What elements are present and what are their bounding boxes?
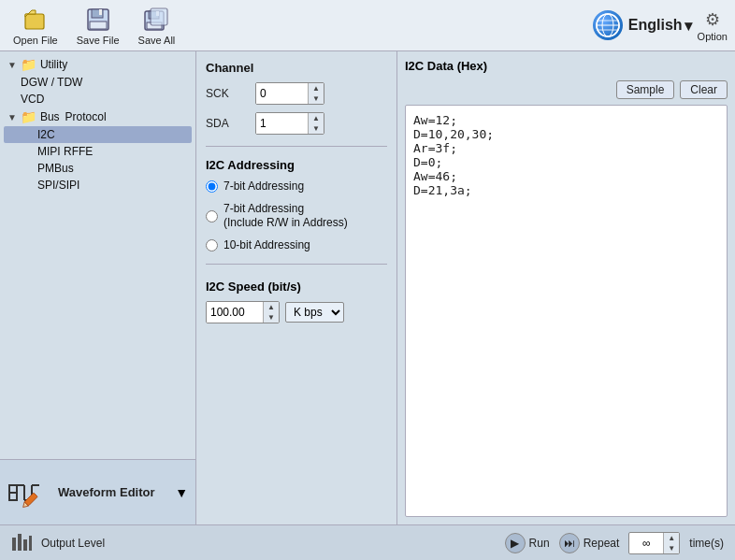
svg-rect-4 [99, 9, 102, 15]
run-button[interactable]: ▶ Run [505, 533, 550, 553]
waveform-bars-icon [11, 530, 32, 555]
sidebar-item-pmbus[interactable]: PMBus [4, 160, 192, 177]
toolbar: Open File Save File Save All [0, 0, 735, 51]
speed-spin-up[interactable]: ▲ [264, 302, 279, 312]
sidebar-item-vcd[interactable]: VCD [4, 91, 192, 108]
radio-7bit: 7-bit Addressing [206, 179, 387, 194]
times-spin-btns: ▲ ▼ [663, 533, 679, 553]
run-label: Run [529, 537, 550, 550]
save-file-button[interactable]: Save File [71, 3, 125, 48]
sidebar-item-spi-sipi[interactable]: SPI/SIPI [4, 177, 192, 194]
sda-input[interactable] [256, 113, 308, 134]
times-input[interactable] [629, 534, 663, 553]
times-spin-up[interactable]: ▲ [664, 533, 679, 543]
bus-protocol-label: Bus [40, 110, 60, 123]
open-file-button[interactable]: Open File [7, 3, 64, 48]
svg-rect-5 [90, 22, 107, 29]
center-panel: Channel SCK ▲ ▼ SDA ▲ ▼ I2 [196, 51, 397, 524]
waveform-icon [7, 476, 50, 510]
language-label: English [628, 17, 683, 34]
addressing-title: I2C Addressing [206, 158, 387, 172]
svg-rect-10 [151, 8, 167, 25]
i2c-data-title: I2C Data (Hex) [405, 59, 728, 73]
open-file-label: Open File [13, 35, 58, 46]
sck-spin-up[interactable]: ▲ [309, 83, 324, 93]
svg-rect-26 [12, 538, 16, 551]
radio-10bit: 10-bit Addressing [206, 238, 387, 253]
utility-arrow: ▼ [7, 60, 17, 70]
speed-row: ▲ ▼ K bps M bps [206, 301, 387, 323]
radio-7bit-rw-input[interactable] [206, 210, 218, 223]
sck-spinner[interactable]: ▲ ▼ [255, 82, 324, 105]
sample-button[interactable]: Sample [616, 80, 675, 99]
option-button[interactable]: ⚙ Option [698, 8, 728, 42]
sck-spin-down[interactable]: ▼ [309, 93, 324, 104]
gear-icon: ⚙ [701, 8, 724, 31]
times-spinner[interactable]: ▲ ▼ [628, 532, 680, 554]
svg-rect-0 [25, 14, 44, 29]
times-spin-down[interactable]: ▼ [664, 543, 679, 553]
globe-icon [593, 10, 623, 40]
bus-folder-icon: 📁 [21, 109, 36, 124]
sck-input[interactable] [256, 83, 308, 104]
sda-label: SDA [206, 117, 248, 130]
sidebar-item-utility[interactable]: ▼ 📁 Utility [4, 55, 192, 74]
save-all-button[interactable]: Save All [133, 3, 181, 48]
repeat-icon: ⏭ [559, 533, 580, 553]
speed-unit-select[interactable]: K bps M bps [285, 302, 344, 323]
sidebar-item-dgw-tdw[interactable]: DGW / TDW [4, 74, 192, 91]
speed-spinner[interactable]: ▲ ▼ [206, 301, 280, 323]
sidebar-item-bus-protocol[interactable]: ▼ 📁 Bus Protocol [4, 108, 192, 126]
radio-7bit-rw: 7-bit Addressing(Include R/W in Address) [206, 202, 387, 231]
sck-label: SCK [206, 87, 248, 100]
clear-button[interactable]: Clear [680, 80, 728, 99]
save-file-icon [83, 5, 113, 35]
mipi-rffe-label: MIPI RFFE [37, 145, 93, 158]
addressing-section: I2C Addressing 7-bit Addressing 7-bit Ad… [206, 158, 387, 252]
output-level-label: Output Level [41, 537, 105, 550]
language-button[interactable]: English ▾ [628, 17, 692, 35]
sidebar-item-i2c[interactable]: I2C [4, 126, 192, 143]
speed-input[interactable] [207, 302, 263, 323]
sda-spin-up[interactable]: ▲ [309, 113, 324, 123]
save-all-label: Save All [138, 35, 176, 46]
svg-rect-28 [23, 539, 27, 551]
language-area: English ▾ ⚙ Option [593, 8, 728, 42]
i2c-label: I2C [37, 128, 55, 141]
divider-2 [206, 264, 387, 265]
sidebar-scroll-down[interactable]: ▼ [175, 485, 188, 500]
radio-7bit-label: 7-bit Addressing [223, 179, 304, 194]
repeat-button[interactable]: ⏭ Repeat [559, 533, 620, 553]
radio-10bit-label: 10-bit Addressing [223, 238, 310, 253]
sda-row: SDA ▲ ▼ [206, 112, 387, 135]
times-label: time(s) [689, 537, 724, 550]
radio-7bit-rw-label: 7-bit Addressing(Include R/W in Address) [223, 202, 348, 231]
utility-label: Utility [40, 58, 67, 71]
bus-arrow: ▼ [7, 112, 17, 122]
sidebar: ▼ 📁 Utility DGW / TDW VCD ▼ 📁 Bus Protoc… [0, 51, 196, 524]
main-area: ▼ 📁 Utility DGW / TDW VCD ▼ 📁 Bus Protoc… [0, 51, 735, 524]
radio-7bit-input[interactable] [206, 180, 218, 193]
radio-10bit-input[interactable] [206, 239, 218, 251]
svg-rect-27 [18, 534, 22, 551]
sda-spin-down[interactable]: ▼ [309, 123, 324, 134]
open-file-icon [21, 5, 50, 35]
play-icon: ▶ [505, 533, 526, 553]
speed-section: I2C Speed (bit/s) ▲ ▼ K bps M bps [206, 280, 387, 323]
sck-spin-btns: ▲ ▼ [308, 83, 324, 104]
dgw-tdw-label: DGW / TDW [21, 76, 82, 89]
vcd-label: VCD [21, 93, 44, 106]
divider-1 [206, 146, 387, 147]
utility-folder-icon: 📁 [21, 57, 36, 72]
speed-spin-down[interactable]: ▼ [264, 312, 279, 323]
option-label: Option [698, 31, 728, 42]
channel-title: Channel [206, 61, 387, 75]
speed-title: I2C Speed (bit/s) [206, 280, 387, 294]
waveform-editor-label: Waveform Editor [58, 485, 155, 499]
i2c-data-content[interactable]: Aw=12; D=10,20,30; Ar=3f; D=0; Aw=46; D=… [405, 105, 728, 517]
waveform-editor-bar: Waveform Editor ▼ [0, 459, 195, 524]
sda-spinner[interactable]: ▲ ▼ [255, 112, 324, 135]
save-all-icon [141, 5, 171, 35]
right-panel: I2C Data (Hex) Sample Clear Aw=12; D=10,… [397, 51, 735, 524]
sidebar-item-mipi-rffe[interactable]: MIPI RFFE [4, 143, 192, 160]
